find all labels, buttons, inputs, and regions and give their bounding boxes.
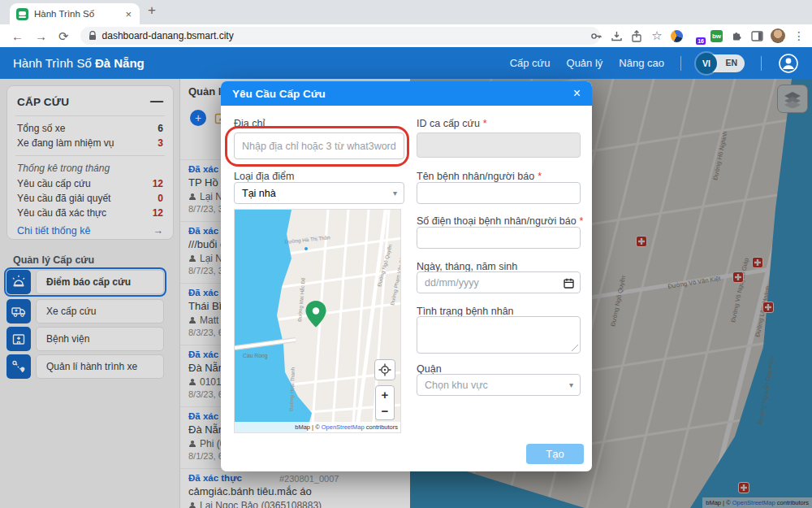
locate-button[interactable] bbox=[374, 359, 395, 380]
modal-header: Yêu Cầu Cấp Cứu × bbox=[221, 81, 592, 106]
brand-text: Hành Trình Số bbox=[13, 56, 95, 70]
header-nav: Cấp cứu Quản lý Nâng cao VI EN bbox=[510, 53, 799, 74]
street-label: Cầu Rồng bbox=[243, 352, 268, 359]
save-address-icon[interactable] bbox=[610, 29, 623, 42]
case-id-label: ID ca cấp cứu* bbox=[417, 118, 487, 129]
required-mark: * bbox=[538, 171, 542, 182]
password-key-icon[interactable] bbox=[590, 29, 603, 42]
back-icon[interactable]: ← bbox=[11, 30, 24, 42]
nav-nang-cao[interactable]: Nâng cao bbox=[619, 57, 664, 69]
attr-prefix: bMap | © bbox=[295, 423, 322, 431]
url-bar[interactable]: dashboard-danang.bsmart.city bbox=[80, 27, 600, 45]
emergency-request-modal: Yêu Cầu Cấp Cứu × Địa chỉ Loại địa điểm … bbox=[221, 81, 592, 471]
screen: Hành Trình Số × + ← → ⟳ dashboard-danang… bbox=[0, 0, 812, 508]
extension-2-badge: 16 bbox=[696, 37, 706, 45]
patient-name-input[interactable] bbox=[417, 182, 581, 204]
dob-label: Ngày, tháng, năm sinh bbox=[417, 261, 517, 272]
browser-toolbar: ← → ⟳ dashboard-danang.bsmart.city ☆ 16 … bbox=[0, 24, 812, 47]
language-vi[interactable]: VI bbox=[696, 53, 717, 74]
patient-name-label: Tên bệnh nhân/người báo* bbox=[417, 171, 542, 182]
district-placeholder: Chọn khu vực bbox=[425, 380, 488, 391]
patient-name-label-text: Tên bệnh nhân/người báo bbox=[417, 171, 534, 182]
phone-label-text: Số điện thoại bệnh nhân/người báo bbox=[417, 215, 577, 227]
reload-icon[interactable]: ⟳ bbox=[58, 30, 69, 42]
app-brand: Hành Trình Số Đà Nẵng bbox=[13, 56, 145, 70]
lock-icon bbox=[89, 31, 97, 41]
extensions-puzzle-icon[interactable] bbox=[730, 29, 743, 42]
modal-close-icon[interactable]: × bbox=[573, 86, 581, 101]
user-avatar-icon[interactable] bbox=[778, 53, 799, 74]
url-text: dashboard-danang.bsmart.city bbox=[102, 30, 234, 41]
phone-input[interactable] bbox=[417, 227, 581, 249]
zoom-out-button[interactable]: − bbox=[375, 402, 395, 420]
address-label: Địa chỉ bbox=[234, 118, 265, 129]
nav-cap-cuu[interactable]: Cấp cứu bbox=[510, 57, 551, 69]
app-favicon-icon bbox=[16, 8, 28, 20]
app-header: Hành Trình Số Đà Nẵng Cấp cứu Quản lý Nâ… bbox=[0, 47, 812, 79]
map-attribution: bMap | © OpenStreetMap contributors bbox=[235, 422, 400, 432]
district-select[interactable]: Chọn khu vực ▾ bbox=[417, 374, 581, 396]
nav-divider-2 bbox=[761, 56, 762, 71]
tab-close-icon[interactable]: × bbox=[123, 8, 133, 20]
case-id-label-text: ID ca cấp cứu bbox=[417, 118, 480, 129]
language-en[interactable]: EN bbox=[725, 58, 737, 67]
case-id-input bbox=[417, 132, 581, 158]
attr-suffix: contributors bbox=[365, 423, 398, 431]
profile-avatar[interactable] bbox=[771, 28, 785, 43]
condition-label: Tình trạng bệnh nhân bbox=[417, 306, 514, 317]
district-label: Quận bbox=[417, 363, 442, 375]
location-type-value: Tại nhà bbox=[242, 188, 276, 199]
extension-3-icon[interactable]: bw bbox=[710, 30, 723, 42]
locate-icon bbox=[378, 363, 391, 376]
forward-icon[interactable]: → bbox=[35, 30, 47, 42]
address-input[interactable] bbox=[234, 132, 404, 159]
nav-divider bbox=[680, 56, 681, 71]
calendar-icon[interactable] bbox=[564, 277, 574, 292]
chevron-down-icon: ▾ bbox=[569, 380, 573, 389]
required-mark: * bbox=[483, 118, 487, 129]
share-icon[interactable] bbox=[630, 29, 643, 42]
dob-field[interactable] bbox=[417, 271, 581, 293]
bookmark-star-icon[interactable]: ☆ bbox=[650, 29, 663, 42]
main-area: Đường Võ Nguyên Giáp Đường Võ Văn Kiệt Đ… bbox=[0, 79, 812, 508]
create-button[interactable]: Tạo bbox=[526, 444, 584, 464]
zoom-in-button[interactable]: + bbox=[375, 385, 395, 403]
extension-1-icon[interactable] bbox=[671, 30, 683, 42]
modal-title: Yêu Cầu Cấp Cứu bbox=[232, 88, 573, 100]
tab-title: Hành Trình Số bbox=[34, 9, 123, 19]
resize-grip[interactable] bbox=[572, 345, 578, 351]
toolbar-right-icons: ☆ 16 bw ⋮ bbox=[590, 27, 806, 45]
chevron-down-icon: ▾ bbox=[393, 189, 397, 198]
location-type-select[interactable]: Tại nhà ▾ bbox=[234, 182, 404, 204]
required-mark: * bbox=[580, 215, 584, 227]
side-panel-icon[interactable] bbox=[750, 29, 763, 42]
browser-tab-strip: Hành Trình Số × + bbox=[0, 0, 812, 24]
condition-textarea[interactable] bbox=[417, 316, 581, 354]
new-tab-button[interactable]: + bbox=[148, 2, 156, 19]
location-map[interactable]: Đường Hà Thị Thân Đường Ngô Quyền Cầu Rồ… bbox=[234, 209, 401, 433]
menu-overflow-icon[interactable]: ⋮ bbox=[793, 29, 806, 42]
brand-city: Đà Nẵng bbox=[95, 56, 145, 70]
osm-link[interactable]: OpenStreetMap bbox=[322, 423, 365, 431]
location-type-label: Loại địa điểm bbox=[234, 171, 294, 182]
extension-2-icon[interactable]: 16 bbox=[690, 29, 703, 42]
nav-quan-ly[interactable]: Quản lý bbox=[567, 57, 603, 69]
dob-input[interactable] bbox=[417, 271, 581, 293]
browser-tab[interactable]: Hành Trình Số × bbox=[10, 3, 140, 24]
phone-label: Số điện thoại bệnh nhân/người báo* bbox=[417, 215, 583, 227]
language-toggle[interactable]: VI EN bbox=[698, 54, 745, 72]
